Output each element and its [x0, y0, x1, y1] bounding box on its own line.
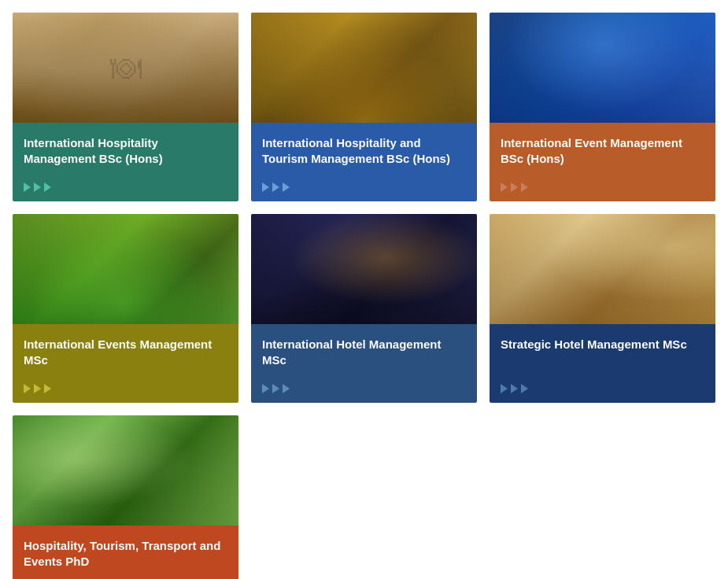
- card-body-6: Strategic Hotel Management MSc: [490, 324, 715, 403]
- course-card-7[interactable]: Hospitality, Tourism, Transport and Even…: [13, 415, 238, 579]
- card-image-5: [251, 214, 477, 324]
- card-title-2: International Hospitality and Tourism Ma…: [262, 135, 466, 175]
- arrow-1-card-5: [262, 384, 269, 393]
- card-arrows-4: [24, 384, 227, 393]
- arrow-2-card-5: [272, 384, 279, 393]
- arrow-2-card-2: [272, 183, 279, 192]
- card-body-3: International Event Management BSc (Hons…: [490, 123, 715, 201]
- course-card-4[interactable]: International Events Management MSc: [13, 214, 238, 403]
- card-arrows-6: [501, 384, 704, 393]
- card-arrows-2: [262, 183, 466, 192]
- card-image-3: [490, 13, 715, 123]
- arrow-3-card-3: [521, 183, 528, 192]
- card-title-5: International Hotel Management MSc: [262, 337, 466, 376]
- arrow-2-card-6: [511, 384, 518, 393]
- course-card-2[interactable]: International Hospitality and Tourism Ma…: [251, 13, 477, 201]
- card-body-5: International Hotel Management MSc: [251, 324, 477, 403]
- card-image-7: [13, 415, 238, 526]
- arrow-3-card-6: [521, 384, 528, 393]
- arrow-2-card-3: [511, 183, 518, 192]
- course-grid: International Hospitality Management BSc…: [13, 13, 715, 579]
- course-card-3[interactable]: International Event Management BSc (Hons…: [490, 13, 715, 201]
- card-title-6: Strategic Hotel Management MSc: [501, 337, 704, 376]
- card-title-1: International Hospitality Management BSc…: [24, 135, 227, 175]
- card-arrows-1: [24, 183, 227, 192]
- card-title-7: Hospitality, Tourism, Transport and Even…: [24, 538, 227, 577]
- arrow-2-card-1: [34, 183, 41, 192]
- arrow-3-card-2: [283, 183, 290, 192]
- card-image-2: [251, 13, 477, 123]
- card-title-4: International Events Management MSc: [24, 337, 227, 376]
- arrow-3-card-1: [44, 183, 51, 192]
- course-card-5[interactable]: International Hotel Management MSc: [251, 214, 477, 403]
- course-card-1[interactable]: International Hospitality Management BSc…: [13, 13, 238, 201]
- card-body-7: Hospitality, Tourism, Transport and Even…: [13, 526, 238, 579]
- card-image-4: [13, 214, 238, 324]
- arrow-1-card-2: [262, 183, 269, 192]
- card-image-6: [490, 214, 715, 324]
- arrow-1-card-1: [24, 183, 31, 192]
- card-body-4: International Events Management MSc: [13, 324, 238, 403]
- card-arrows-5: [262, 384, 466, 393]
- card-arrows-3: [501, 183, 704, 192]
- card-title-3: International Event Management BSc (Hons…: [501, 135, 704, 175]
- card-body-2: International Hospitality and Tourism Ma…: [251, 123, 477, 201]
- arrow-3-card-4: [44, 384, 51, 393]
- course-card-6[interactable]: Strategic Hotel Management MSc: [490, 214, 715, 403]
- card-image-1: [13, 13, 238, 123]
- card-body-1: International Hospitality Management BSc…: [13, 123, 238, 201]
- arrow-3-card-5: [283, 384, 290, 393]
- arrow-1-card-4: [24, 384, 31, 393]
- arrow-2-card-4: [34, 384, 41, 393]
- arrow-1-card-6: [501, 384, 508, 393]
- arrow-1-card-3: [501, 183, 508, 192]
